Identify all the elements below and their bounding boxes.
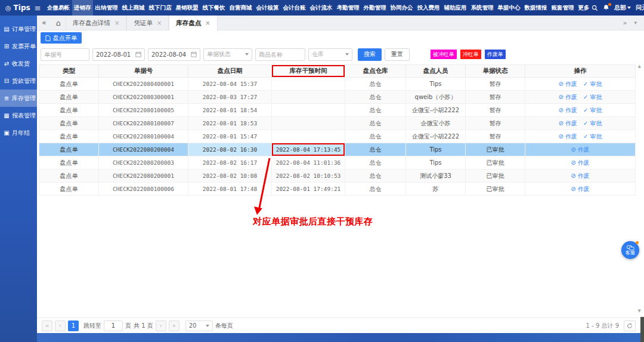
document-icon bbox=[45, 35, 51, 41]
prev-page-button[interactable]: ‹ bbox=[55, 321, 66, 331]
product-name-input[interactable] bbox=[255, 48, 305, 61]
scroll-down-icon[interactable]: ▼ bbox=[638, 309, 641, 313]
top-nav-item[interactable]: 会计核算 bbox=[254, 0, 281, 16]
window-scrollbar-thumb[interactable] bbox=[640, 317, 644, 342]
app-logo[interactable]: ◎ Tips bbox=[0, 4, 33, 12]
org-dropdown[interactable]: 总部 bbox=[614, 4, 631, 12]
sidebar-item-invoice[interactable]: ⊞发票开单 bbox=[0, 38, 37, 55]
monthend-icon: ▣ bbox=[3, 130, 10, 136]
table-row[interactable]: 盘点单CHECK20220801000052022-08-01 18:54总仓企… bbox=[39, 104, 636, 117]
close-icon[interactable]: × bbox=[157, 20, 162, 26]
warehouse-select[interactable]: 仓库 bbox=[308, 48, 352, 61]
void-action[interactable]: ⊘ 作废 bbox=[558, 94, 577, 100]
current-page-button[interactable]: 1 bbox=[68, 321, 79, 331]
tab-label: 库存盘点详情 bbox=[73, 19, 110, 27]
date-to-picker[interactable]: 2022-08-04 bbox=[148, 48, 200, 61]
top-nav-item[interactable]: 投入费用 bbox=[415, 0, 442, 16]
tab[interactable]: 库存盘点× bbox=[169, 16, 217, 30]
page-size-select[interactable]: 20 bbox=[185, 321, 213, 331]
top-nav-item[interactable]: 数据情报 bbox=[522, 0, 549, 16]
top-nav-item[interactable]: 账套管理 bbox=[549, 0, 576, 16]
top-nav-item[interactable]: 会计台账 bbox=[281, 0, 308, 16]
close-icon[interactable]: × bbox=[114, 20, 119, 26]
home-icon[interactable]: ⌂ bbox=[51, 19, 66, 27]
date-from-picker[interactable]: 2022-08-01 bbox=[92, 48, 145, 61]
more-tabs-icon[interactable]: » bbox=[623, 19, 627, 27]
top-nav-item[interactable]: 星销联盟 bbox=[174, 0, 200, 16]
warehouse-select-placeholder: 仓库 bbox=[312, 50, 324, 58]
table-row[interactable]: 盘点单CHECK20220804000012022-08-04 15:37总仓T… bbox=[39, 78, 636, 91]
tab[interactable]: 库存盘点详情× bbox=[66, 16, 126, 30]
company-dropdown[interactable]: 问天科技 bbox=[636, 4, 644, 12]
approve-action[interactable]: ✓ 审批 bbox=[583, 94, 602, 100]
first-page-button[interactable]: « bbox=[42, 321, 52, 331]
next-page-button[interactable]: › bbox=[156, 321, 166, 331]
customer-service-button[interactable]: 客服 bbox=[621, 241, 639, 259]
approve-action[interactable]: ✓ 审批 bbox=[583, 81, 602, 87]
cell-warehouse: 总仓 bbox=[345, 170, 406, 183]
jump-page-input[interactable] bbox=[104, 321, 123, 331]
sidebar-item-monthend[interactable]: ▣月年结 bbox=[0, 124, 37, 141]
top-nav-item[interactable]: 会计流水 bbox=[308, 0, 335, 16]
sidebar-item-shipping[interactable]: ⇄收发货 bbox=[0, 55, 37, 72]
void-action[interactable]: ⊘ 作废 bbox=[558, 81, 577, 87]
void-action[interactable]: ⊘ 作废 bbox=[571, 146, 590, 153]
top-nav-item[interactable]: 自营商城 bbox=[227, 0, 254, 16]
sidebar-item-order[interactable]: ▤订单管理 bbox=[0, 20, 37, 38]
void-action[interactable]: ⊘ 作废 bbox=[571, 172, 590, 179]
cell-actions: ⊘ 作废✓ 审批 bbox=[525, 130, 636, 143]
top-nav-item[interactable]: 出纳管理 bbox=[93, 0, 120, 16]
search-button[interactable]: 搜索 bbox=[358, 48, 382, 61]
scroll-up-icon[interactable]: ▲ bbox=[638, 64, 641, 69]
search-icon[interactable] bbox=[592, 5, 598, 11]
close-icon[interactable]: × bbox=[205, 20, 210, 26]
order-icon: ▤ bbox=[3, 26, 10, 32]
table-row[interactable]: 盘点单CHECK20220801000072022-08-01 18:53总仓企… bbox=[39, 117, 636, 130]
table-row[interactable]: 盘点单CHECK20220801000042022-08-01 15:47总仓企… bbox=[39, 130, 636, 143]
table-row[interactable]: 盘点单CHECK20220802000032022-08-02 16:17202… bbox=[39, 156, 636, 170]
top-nav-item[interactable]: 考勤管理 bbox=[335, 0, 361, 16]
top-nav-item[interactable]: 线下门店 bbox=[147, 0, 174, 16]
top-nav-item[interactable]: 更多 bbox=[576, 0, 592, 16]
table-row[interactable]: 盘点单CHECK20220802000042022-08-02 16:30202… bbox=[39, 143, 636, 156]
table-row[interactable]: 盘点单CHECK20220802000012022-08-02 10:08202… bbox=[39, 170, 636, 183]
status-select[interactable]: 单据状态 bbox=[203, 48, 252, 61]
top-nav-item[interactable]: 线上商城 bbox=[120, 0, 147, 16]
sidebar-item-inventory[interactable]: ≣库存管理 bbox=[0, 90, 37, 107]
void-action[interactable]: ⊘ 作废 bbox=[558, 120, 577, 127]
table-row[interactable]: 盘点单CHECK20220801000062022-08-01 17:48202… bbox=[39, 183, 636, 196]
approve-action[interactable]: ✓ 审批 bbox=[583, 107, 602, 113]
top-nav-item[interactable]: 线下餐饮 bbox=[200, 0, 227, 16]
create-check-order-button[interactable]: 盘点开单 bbox=[41, 32, 82, 44]
void-action[interactable]: ⊘ 作废 bbox=[571, 159, 590, 166]
cell-warehouse: 总仓 bbox=[345, 183, 406, 196]
order-no-input[interactable] bbox=[41, 48, 89, 61]
sidebar-item-payment[interactable]: ⊟货款管理 bbox=[0, 72, 37, 90]
reset-button[interactable]: 重置 bbox=[385, 48, 410, 61]
tab-actions-chevron-icon[interactable]: ▾ bbox=[634, 20, 637, 26]
main-area: « ⌂ 库存盘点详情×凭证单×库存盘点× » ▾ 盘点开单 2022-08-01… bbox=[37, 16, 644, 342]
table-row[interactable]: 盘点单CHECK20220803000012022-08-03 17:27总仓q… bbox=[39, 91, 636, 104]
refresh-icon[interactable] bbox=[624, 321, 636, 331]
notification-bell-icon[interactable] bbox=[603, 4, 609, 11]
approve-action[interactable]: ✓ 审批 bbox=[583, 120, 602, 127]
approve-action[interactable]: ✓ 审批 bbox=[583, 133, 602, 140]
void-action[interactable]: ⊘ 作废 bbox=[558, 107, 577, 113]
last-page-button[interactable]: » bbox=[169, 321, 179, 331]
cell-type: 盘点单 bbox=[39, 104, 99, 117]
check-orders-table: 类型单据号盘点日期库存干预时间盘点仓库盘点人员单据状态操作 盘点单CHECK20… bbox=[39, 64, 636, 196]
hamburger-menu-icon[interactable]: ≡ bbox=[33, 4, 45, 13]
void-action[interactable]: ⊘ 作废 bbox=[558, 133, 577, 140]
sidebar-item-report[interactable]: ▦报表管理 bbox=[0, 107, 37, 124]
top-nav-item[interactable]: 系统管理 bbox=[469, 0, 496, 16]
collapse-sidebar-icon[interactable]: « bbox=[37, 19, 51, 27]
top-nav-item[interactable]: 企微易帐 bbox=[45, 0, 72, 16]
tab[interactable]: 凭证单× bbox=[126, 16, 169, 30]
cell-type: 盘点单 bbox=[39, 170, 99, 183]
top-nav-item[interactable]: 单据中心 bbox=[496, 0, 522, 16]
top-nav-item[interactable]: 外勤管理 bbox=[361, 0, 388, 16]
top-nav-item[interactable]: 协同办公 bbox=[388, 0, 415, 16]
top-nav-item[interactable]: 辅助应用 bbox=[442, 0, 469, 16]
void-action[interactable]: ⊘ 作废 bbox=[571, 186, 590, 192]
top-nav-item[interactable]: 进销存 bbox=[72, 0, 94, 16]
